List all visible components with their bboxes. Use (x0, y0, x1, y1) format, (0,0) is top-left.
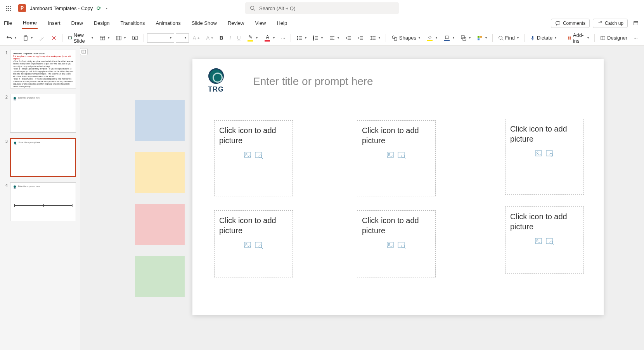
tab-file[interactable]: File (3, 18, 13, 28)
picture-label: Click icon to add picture (510, 124, 579, 144)
slide-canvas-area[interactable]: TRG Enter title or prompt here Click ico… (80, 46, 644, 350)
picture-placeholder[interactable]: Click icon to add picture (505, 206, 584, 274)
svg-text:3: 3 (313, 38, 314, 41)
picture-icons[interactable] (244, 151, 263, 159)
sync-icon[interactable]: ⟳ (97, 5, 101, 11)
picture-placeholder[interactable]: Click icon to add picture (214, 210, 293, 277)
tab-help[interactable]: Help (276, 18, 288, 28)
svg-rect-56 (568, 38, 569, 39)
decrease-font-button[interactable]: A▾ (204, 33, 216, 42)
tab-insert[interactable]: Insert (47, 18, 61, 28)
more-button[interactable]: ··· (631, 33, 640, 42)
tab-review[interactable]: Review (227, 18, 245, 28)
indent-decrease-button[interactable] (343, 33, 354, 43)
delete-button[interactable] (49, 34, 59, 42)
undo-button[interactable]: ▾ (4, 33, 19, 43)
picture-placeholder[interactable]: Click icon to add picture (357, 120, 436, 196)
new-slide-button[interactable]: New Slide▾ (66, 31, 96, 45)
tab-view[interactable]: View (254, 18, 267, 28)
align-button[interactable]: ▾ (327, 33, 341, 43)
svg-point-43 (392, 36, 395, 39)
highlight-button[interactable]: ✎▾ (244, 33, 260, 43)
logo-mark-icon (208, 68, 224, 84)
shapes-button[interactable]: Shapes▾ (389, 33, 422, 43)
sticky-pink[interactable] (135, 204, 185, 245)
tab-draw[interactable]: Draw (71, 18, 84, 28)
svg-rect-66 (82, 50, 86, 53)
ribbon-collapse-button[interactable] (631, 19, 641, 28)
picture-icons[interactable] (244, 241, 263, 249)
picture-icons[interactable] (387, 151, 406, 159)
svg-point-51 (499, 36, 502, 39)
title-menu-chevron-icon[interactable]: ▾ (106, 7, 107, 10)
sticky-palette (135, 100, 185, 297)
shape-fill-button[interactable]: ▾ (424, 33, 440, 43)
sticky-yellow[interactable] (135, 152, 185, 193)
svg-text:TRG: TRG (14, 144, 17, 145)
thumbnail-4[interactable]: TRG Enter title or prompt here (10, 182, 76, 221)
more-font-button[interactable]: ··· (279, 33, 287, 42)
paste-button[interactable]: ▾ (20, 33, 35, 43)
format-painter-button[interactable] (36, 33, 47, 43)
line-spacing-button[interactable]: ▾ (368, 33, 383, 43)
search-input[interactable]: Search (Alt + Q) (245, 2, 399, 14)
thumbnail-1[interactable]: Jamboard Templates – How to useThis temp… (10, 50, 76, 88)
svg-rect-49 (480, 36, 482, 38)
font-color-button[interactable]: A▾ (261, 33, 277, 43)
present-button[interactable] (130, 33, 140, 43)
picture-search-icon (546, 149, 554, 157)
picture-placeholder[interactable]: Click icon to add picture (357, 210, 436, 277)
tab-home[interactable]: Home (22, 17, 38, 29)
slide-title-placeholder[interactable]: Enter title or prompt here (253, 75, 373, 88)
numbering-button[interactable]: 123▾ (310, 33, 325, 43)
font-size-select[interactable]: ▾ (176, 33, 189, 43)
tab-design[interactable]: Design (93, 18, 110, 28)
collapse-thumbnails-button[interactable] (80, 48, 88, 55)
layout-button[interactable]: ▾ (97, 33, 112, 43)
thumbnail-2[interactable]: TRG Enter title or prompt here (10, 94, 76, 133)
increase-font-button[interactable]: A▴ (190, 33, 203, 42)
svg-point-19 (297, 36, 298, 37)
grid-button[interactable]: ▾ (113, 33, 128, 43)
mini-title: Enter title or prompt here (18, 185, 40, 187)
underline-button[interactable]: U (235, 33, 243, 42)
svg-line-77 (404, 158, 406, 159)
designer-button[interactable]: Designer (598, 33, 630, 42)
font-family-select[interactable]: ▾ (147, 33, 174, 43)
thumbnail-3[interactable]: TRG Enter title or prompt here (10, 138, 76, 177)
app-launcher[interactable] (3, 3, 14, 14)
shape-outline-button[interactable]: ▾ (441, 33, 457, 43)
picture-placeholder[interactable]: Click icon to add picture (214, 120, 293, 196)
sticky-blue[interactable] (135, 100, 185, 141)
italic-button[interactable]: I (227, 33, 233, 42)
grid-icon (116, 35, 122, 41)
collapse-icon (633, 21, 639, 26)
picture-icons[interactable] (535, 237, 554, 245)
document-title[interactable]: Jamboard Templates - Copy (30, 5, 93, 11)
bold-button[interactable]: B (217, 33, 225, 42)
trg-logo[interactable]: TRG (208, 68, 224, 94)
bullets-button[interactable]: ▾ (294, 33, 309, 43)
arrange-button[interactable]: ▾ (458, 33, 473, 43)
dictate-button[interactable]: Dictate▾ (528, 33, 559, 42)
picture-placeholder[interactable]: Click icon to add picture (505, 119, 584, 195)
sticky-green[interactable] (135, 256, 185, 297)
addins-button[interactable]: Add-ins▾ (565, 31, 591, 45)
picture-search-icon (398, 151, 406, 159)
tab-animations[interactable]: Animations (155, 18, 182, 28)
tab-slideshow[interactable]: Slide Show (191, 18, 218, 28)
picture-search-icon (398, 241, 406, 249)
thumb-number: 1 (4, 50, 8, 88)
picture-icons[interactable] (535, 149, 554, 157)
catchup-button[interactable]: Catch up (593, 19, 628, 28)
picture-label: Click icon to add picture (362, 125, 431, 146)
indent-increase-button[interactable] (355, 33, 366, 43)
svg-rect-3 (634, 21, 638, 25)
quick-styles-button[interactable]: ▾ (474, 33, 489, 43)
comments-button[interactable]: Comments (551, 19, 590, 28)
tab-transitions[interactable]: Transitions (119, 18, 145, 28)
slide[interactable]: TRG Enter title or prompt here Click ico… (192, 59, 604, 315)
svg-line-97 (552, 244, 554, 245)
find-button[interactable]: Find▾ (496, 33, 521, 42)
picture-icons[interactable] (387, 241, 406, 249)
